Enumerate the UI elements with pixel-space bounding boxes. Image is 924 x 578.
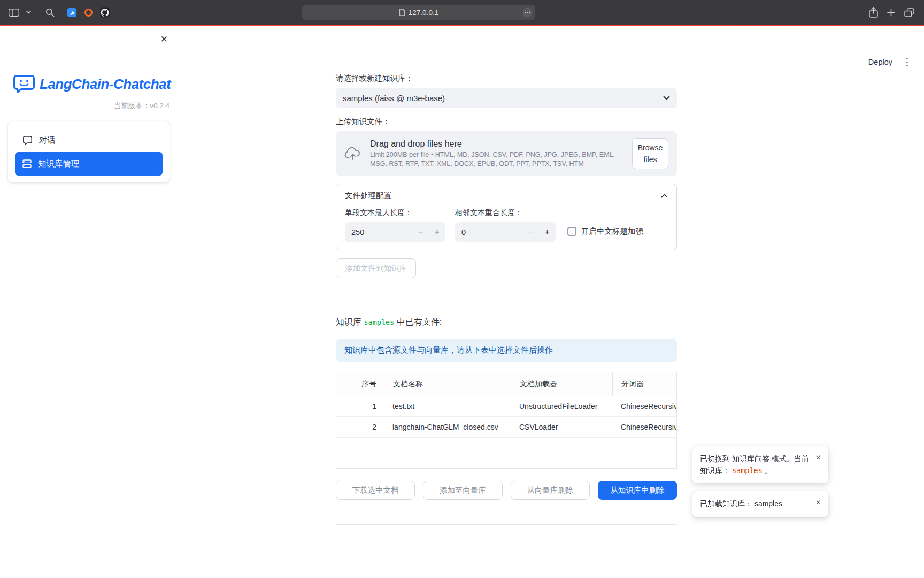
toast-close-icon[interactable]: ✕ xyxy=(814,453,822,462)
checkbox-box[interactable] xyxy=(567,227,576,236)
tab-overview-icon[interactable] xyxy=(904,8,914,17)
browse-files-button[interactable]: Browse files xyxy=(632,138,668,170)
sidebar-nav: 对话 知识库管理 xyxy=(8,121,170,182)
table-row[interactable]: 1 test.txt UnstructuredFileLoader Chines… xyxy=(336,396,676,417)
kb-selectbox[interactable]: samples (faiss @ m3e-base) xyxy=(336,88,677,108)
table-header-row: 序号 文档名称 文档加载器 分词器 xyxy=(336,372,676,396)
zh-title-enhance-checkbox[interactable]: 开启中文标题加强 xyxy=(567,226,643,237)
sidebar: ✕ LangChain-Chatchat 当前版本：v0.2.4 对话 xyxy=(0,26,178,578)
chunk-size-increment-button[interactable]: + xyxy=(429,227,445,237)
sidebar-close-icon[interactable]: ✕ xyxy=(158,33,170,46)
table-empty-area xyxy=(336,438,676,468)
select-chevron-down-icon xyxy=(663,96,670,100)
chunk-size-decrement-button[interactable]: − xyxy=(412,227,429,237)
toolbar-chevron-down-icon[interactable] xyxy=(26,11,31,14)
sidebar-toggle-icon[interactable] xyxy=(9,9,19,17)
nav-item-knowledge-base[interactable]: 知识库管理 xyxy=(15,152,163,176)
kb-name-code: samples xyxy=(364,318,394,326)
url-text: 127.0.0.1 xyxy=(409,9,438,17)
cell-splitter: ChineseRecursive xyxy=(612,402,676,410)
column-header-index[interactable]: 序号 xyxy=(336,379,384,389)
logo-text: LangChain-Chatchat xyxy=(40,76,171,93)
cell-doc-name: test.txt xyxy=(384,402,511,410)
deploy-button[interactable]: Deploy xyxy=(868,58,892,66)
cloud-upload-icon xyxy=(344,147,361,161)
overlap-size-increment-button[interactable]: + xyxy=(539,227,556,237)
toast-text: 已加载知识库： samples xyxy=(700,498,810,510)
add-to-vector-store-button[interactable]: 添加至向量库 xyxy=(423,481,502,500)
add-files-to-kb-button[interactable]: 添加文件到知识库 xyxy=(336,258,416,278)
checkbox-label: 开启中文标题加强 xyxy=(581,226,643,237)
kb-select-label: 请选择或新建知识库： xyxy=(336,73,677,83)
divider xyxy=(336,524,677,525)
cell-doc-name: langchain-ChatGLM_closed.csv xyxy=(384,423,511,431)
streamlit-header: Deploy ⋮ xyxy=(868,57,912,67)
cell-index: 2 xyxy=(336,423,384,431)
github-tab-icon[interactable] xyxy=(100,7,110,17)
address-bar[interactable]: 127.0.0.1 xyxy=(302,5,535,20)
cell-index: 1 xyxy=(336,402,384,410)
version-label: 当前版本：v0.2.4 xyxy=(0,101,178,111)
chunk-size-label: 单段文本最大长度： xyxy=(345,208,445,218)
browser-toolbar: 127.0.0.1 xyxy=(0,0,924,25)
nav-item-dialogue[interactable]: 对话 xyxy=(15,128,163,152)
column-header-loader[interactable]: 文档加载器 xyxy=(511,372,612,396)
main-menu-kebab-icon[interactable]: ⋮ xyxy=(902,57,912,67)
divider xyxy=(336,299,677,299)
pinned-tab-blue-icon[interactable] xyxy=(67,7,76,17)
share-icon[interactable] xyxy=(869,7,878,18)
pinned-tab-orange-icon[interactable] xyxy=(83,7,93,17)
files-table: 序号 文档名称 文档加载器 分词器 1 test.txt Unstructure… xyxy=(336,372,677,469)
dropzone-title: Drag and drop files here xyxy=(370,139,623,149)
cell-loader: CSVLoader xyxy=(511,423,612,431)
nav-item-label: 对话 xyxy=(39,135,56,146)
toast-kb-code: samples xyxy=(732,466,763,475)
delete-from-vector-store-button[interactable]: 从向量库删除 xyxy=(511,481,590,500)
toast-text: 已切换到 知识库问答 模式。当前知识库： samples 。 xyxy=(700,453,810,476)
toast-kb-loaded: 已加载知识库： samples ✕ xyxy=(692,491,828,517)
info-banner: 知识库中包含源文件与向量库，请从下表中选择文件后操作 xyxy=(336,339,677,362)
app-logo: LangChain-Chatchat xyxy=(13,74,178,94)
table-row[interactable]: 2 langchain-ChatGLM_closed.csv CSVLoader… xyxy=(336,417,676,438)
expander-title: 文件处理配置 xyxy=(345,191,391,201)
nav-item-label: 知识库管理 xyxy=(38,158,80,170)
knowledge-base-stack-icon xyxy=(22,159,32,169)
search-icon[interactable] xyxy=(45,8,55,17)
column-header-splitter[interactable]: 分词器 xyxy=(612,372,676,396)
column-header-name[interactable]: 文档名称 xyxy=(384,372,511,396)
overlap-size-decrement-button[interactable]: − xyxy=(522,227,539,237)
dropzone-limit-text: Limit 200MB per file • HTML, MD, JSON, C… xyxy=(370,150,623,168)
overlap-size-label: 相邻文本重合长度： xyxy=(455,208,556,218)
overlap-size-input[interactable]: 0 − + xyxy=(455,222,556,242)
delete-from-kb-button[interactable]: 从知识库中删除 xyxy=(598,481,677,500)
cell-splitter: ChineseRecursive xyxy=(612,423,676,431)
overlap-size-value[interactable]: 0 xyxy=(455,228,522,237)
page-more-icon[interactable] xyxy=(522,7,533,18)
upload-label: 上传知识文件： xyxy=(336,117,677,127)
chat-bubble-icon xyxy=(22,135,33,146)
expander-header[interactable]: 文件处理配置 xyxy=(336,184,676,207)
kb-selected-value: samples (faiss @ m3e-base) xyxy=(343,94,445,103)
new-tab-icon[interactable] xyxy=(887,9,895,17)
chunk-size-value[interactable]: 250 xyxy=(345,228,412,237)
file-dropzone[interactable]: Drag and drop files here Limit 200MB per… xyxy=(336,131,677,176)
expander-chevron-up-icon xyxy=(661,194,668,198)
chunk-size-input[interactable]: 250 − + xyxy=(345,222,445,242)
download-selected-button[interactable]: 下载选中文档 xyxy=(336,481,415,500)
cell-loader: UnstructuredFileLoader xyxy=(511,402,612,410)
file-config-expander: 文件处理配置 单段文本最大长度： 250 − + xyxy=(336,184,677,250)
existing-files-heading: 知识库 samples 中已有文件: xyxy=(336,317,677,328)
toast-stack: 已切换到 知识库问答 模式。当前知识库： samples 。 ✕ 已加载知识库：… xyxy=(692,446,828,517)
logo-chat-icon xyxy=(13,74,35,94)
site-icon xyxy=(399,9,405,16)
toast-mode-switched: 已切换到 知识库问答 模式。当前知识库： samples 。 ✕ xyxy=(692,446,828,483)
toast-close-icon[interactable]: ✕ xyxy=(814,498,822,507)
